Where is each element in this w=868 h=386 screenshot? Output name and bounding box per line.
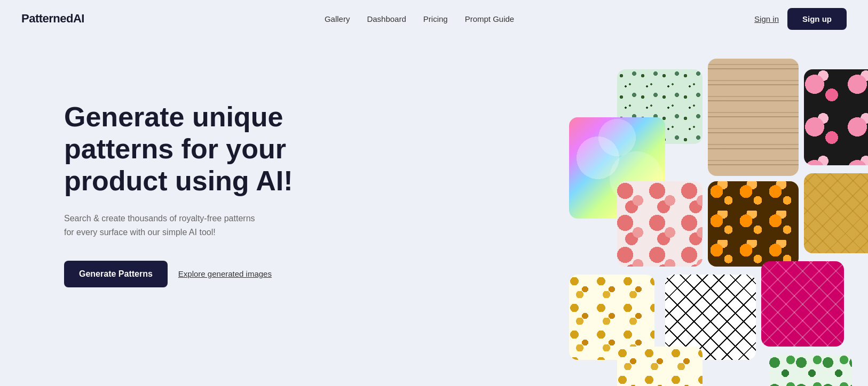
pattern-tile-10 [761,261,844,347]
pattern-tile-2 [708,59,799,176]
brand-logo: PatternedAI [21,12,84,26]
nav-prompt-guide[interactable]: Prompt Guide [465,14,515,23]
pattern-tile-3 [804,69,868,165]
sign-up-button[interactable]: Sign up [787,8,847,30]
hero-buttons: Generate Patterns Explore generated imag… [64,261,320,287]
main-nav: Gallery Dashboard Pricing Prompt Guide [325,14,514,23]
generate-patterns-button[interactable]: Generate Patterns [64,261,168,287]
pattern-tile-12 [769,355,852,386]
pattern-tile-7 [804,173,868,253]
pattern-tile-6 [708,181,799,267]
hero-section: Generate unique patterns for your produc… [64,69,320,287]
nav-dashboard[interactable]: Dashboard [367,14,406,23]
sign-in-button[interactable]: Sign in [754,14,779,23]
hero-subtitle: Search & create thousands of royalty-fre… [64,212,256,239]
pattern-grid [569,59,868,386]
explore-link[interactable]: Explore generated images [178,269,272,278]
hero-title: Generate unique patterns for your produc… [64,101,320,197]
header: PatternedAI Gallery Dashboard Pricing Pr… [0,0,868,37]
pattern-tile-5 [617,181,703,267]
nav-pricing[interactable]: Pricing [423,14,448,23]
header-actions: Sign in Sign up [754,8,847,30]
main-content: Generate unique patterns for your produc… [0,37,868,386]
pattern-tile-11 [617,347,703,386]
nav-gallery[interactable]: Gallery [325,14,350,23]
